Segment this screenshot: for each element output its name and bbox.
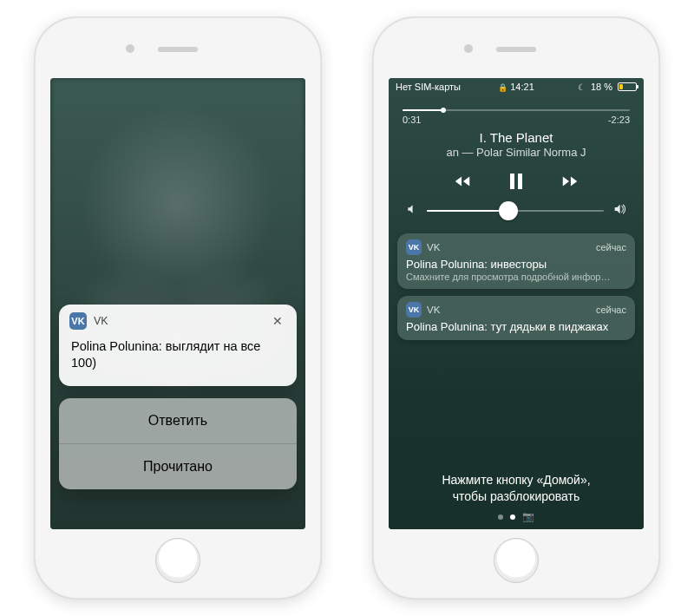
notification-actions-panel: Ответить Прочитано [59,398,297,489]
notification-hint: Смахните для просмотра подробной инфор… [406,272,626,282]
lockscreen-notification[interactable]: VK VK сейчас Polina Polunina: инвесторы … [397,233,635,289]
vk-app-icon: VK [69,312,87,330]
volume-low-icon [406,203,418,219]
lockscreen-notification[interactable]: VK VK сейчас Polina Polunina: тут дядьки… [397,296,635,340]
status-bar: Нет SIM-карты 🔒14:21 ☾ 18 % [389,78,644,95]
unlock-hint-line2: чтобы разблокировать [453,489,579,503]
page-dot [498,514,503,520]
notification-card[interactable]: VK VK ✕ Polina Polunina: выглядит на все… [59,305,297,386]
remaining-time: -2:23 [608,115,630,125]
camera-icon[interactable]: 📷 [522,511,534,522]
pause-button[interactable] [504,171,528,192]
elapsed-time: 0:31 [403,115,421,125]
track-title: I. The Planet [403,130,630,145]
volume-slider[interactable] [427,210,604,212]
media-player: 0:31 -2:23 I. The Planet an — Polar Simi… [389,95,644,225]
notification-app-name: VK [94,315,108,327]
volume-high-icon [612,202,626,220]
notification-message: Polina Polunina: тут дядьки в пиджаках [406,320,626,333]
close-icon[interactable]: ✕ [269,312,286,330]
playback-scrubber[interactable] [403,109,630,111]
notification-time: сейчас [596,305,626,315]
lock-icon: 🔒 [498,83,507,92]
phone-frame-right: Нет SIM-карты 🔒14:21 ☾ 18 % 0:31 -2:23 I… [373,17,659,599]
notification-message: Polina Polunina: инвесторы [406,258,626,271]
home-button[interactable] [155,538,200,583]
page-indicator: 📷 [389,511,644,522]
home-button[interactable] [494,538,539,583]
notification-app-name: VK [427,242,440,252]
notification-message: Polina Polunina: выглядит на все 100) [59,333,297,386]
reply-button[interactable]: Ответить [59,398,297,443]
previous-track-button[interactable] [450,171,475,192]
mark-read-button[interactable]: Прочитано [59,443,297,489]
page-dot-active [510,514,515,520]
battery-icon [618,82,637,91]
vk-app-icon: VK [406,302,422,318]
notification-header: VK VK ✕ [59,305,297,333]
screen-left: VK VK ✕ Polina Polunina: выглядит на все… [50,78,305,529]
notification-app-name: VK [427,305,440,315]
screen-right: Нет SIM-карты 🔒14:21 ☾ 18 % 0:31 -2:23 I… [389,78,644,529]
next-track-button[interactable] [558,171,582,192]
notification-time: сейчас [596,242,626,252]
unlock-hint-line1: Нажмите кнопку «Домой», [442,473,590,487]
phone-frame-left: VK VK ✕ Polina Polunina: выглядит на все… [35,17,321,599]
status-time: 14:21 [510,82,534,92]
unlock-hint: Нажмите кнопку «Домой», чтобы разблокиро… [389,472,644,505]
vk-app-icon: VK [406,239,422,255]
track-artist: an — Polar Similar Norma J [403,146,630,159]
